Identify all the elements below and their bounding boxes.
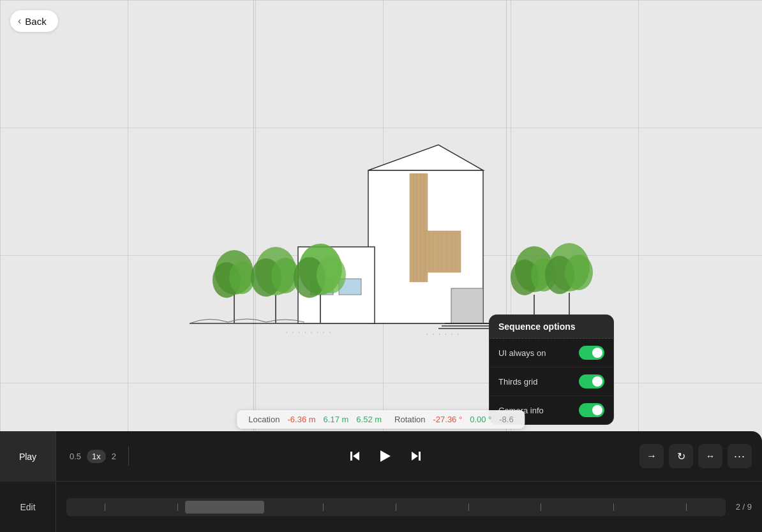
play-tab[interactable]: Play bbox=[0, 431, 56, 482]
timeline-track[interactable] bbox=[66, 498, 726, 516]
marker-5 bbox=[396, 503, 396, 511]
sequence-option-ui-always-on: UI always on bbox=[489, 339, 613, 367]
rotation-y: 0.00 ° bbox=[470, 415, 491, 424]
play-controls-area: 0.5 1x 2 bbox=[56, 431, 762, 482]
rotation-label: Rotation bbox=[394, 415, 425, 424]
speed-group: 0.5 1x 2 bbox=[66, 450, 119, 463]
speed-2x-button[interactable]: 2 bbox=[108, 450, 119, 463]
rotation-z: -8.6 bbox=[499, 415, 513, 424]
rotation-x: -27.36 ° bbox=[433, 415, 462, 424]
arrow-forward-icon: → bbox=[646, 450, 657, 462]
speed-transport-divider bbox=[128, 447, 129, 466]
play-button[interactable] bbox=[374, 445, 397, 468]
control-bar: Play Edit 0.5 1x 2 bbox=[0, 431, 762, 532]
tab-row: Play Edit bbox=[0, 431, 56, 532]
expand-button[interactable]: ↔ bbox=[698, 444, 722, 468]
page-indicator: 2 / 9 bbox=[736, 502, 752, 512]
edit-tab-label: Edit bbox=[20, 502, 35, 512]
svg-text:. . . . . .: . . . . . . bbox=[426, 330, 459, 336]
more-options-button[interactable]: ··· bbox=[728, 444, 752, 468]
edit-tab[interactable]: Edit bbox=[0, 482, 56, 532]
speed-0.5-button[interactable]: 0.5 bbox=[66, 450, 84, 463]
toggle-camera-info[interactable] bbox=[579, 403, 604, 417]
marker-7 bbox=[541, 503, 541, 511]
play-icon bbox=[380, 450, 391, 462]
loop-button[interactable]: ↻ bbox=[669, 444, 693, 468]
toggle-ui-always-on[interactable] bbox=[579, 346, 604, 360]
next-button[interactable] bbox=[405, 445, 428, 468]
location-z: 6.52 m bbox=[356, 415, 382, 424]
marker-8 bbox=[613, 503, 614, 511]
svg-marker-48 bbox=[412, 452, 418, 461]
location-label: Location bbox=[248, 415, 280, 424]
sequence-panel-title: Sequence options bbox=[489, 315, 613, 339]
prev-button[interactable] bbox=[343, 445, 366, 468]
more-options-icon: ··· bbox=[734, 450, 745, 463]
svg-point-43 bbox=[565, 255, 593, 290]
edit-area: 2 / 9 bbox=[56, 482, 762, 532]
timeline-markers bbox=[66, 498, 726, 516]
svg-point-35 bbox=[317, 256, 346, 293]
expand-icon: ↔ bbox=[706, 451, 715, 461]
svg-rect-47 bbox=[350, 452, 352, 461]
marker-4 bbox=[323, 503, 324, 511]
marker-9 bbox=[686, 503, 687, 511]
sequence-label-thirds: Thirds grid bbox=[498, 377, 537, 387]
sequence-label-ui: UI always on bbox=[498, 348, 546, 358]
svg-marker-46 bbox=[353, 452, 359, 461]
speed-0.5-label: 0.5 bbox=[70, 452, 81, 461]
speed-2x-label: 2 bbox=[112, 452, 116, 461]
svg-rect-20 bbox=[451, 288, 483, 323]
svg-marker-3 bbox=[368, 145, 483, 170]
speed-1x-button[interactable]: 1x bbox=[87, 450, 106, 463]
svg-rect-49 bbox=[419, 452, 421, 461]
marker-1 bbox=[105, 503, 105, 511]
sketch-area: . . . . . . . . . . . . . . bbox=[0, 0, 762, 430]
arrow-forward-button[interactable]: → bbox=[639, 444, 664, 468]
toggle-thirds-grid[interactable] bbox=[579, 374, 604, 388]
location-y: 6.17 m bbox=[324, 415, 349, 424]
svg-rect-10 bbox=[426, 231, 461, 272]
marker-2 bbox=[177, 503, 178, 511]
speed-1x-label: 1x bbox=[92, 452, 101, 461]
location-x: -6.36 m bbox=[287, 415, 315, 424]
play-tab-label: Play bbox=[19, 452, 36, 462]
marker-6 bbox=[468, 503, 469, 511]
next-icon bbox=[409, 449, 423, 463]
prev-icon bbox=[348, 449, 362, 463]
svg-text:. . . . . . . .: . . . . . . . . bbox=[285, 329, 331, 334]
sequence-option-thirds-grid: Thirds grid bbox=[489, 367, 613, 396]
right-controls: → ↻ ↔ ··· bbox=[639, 444, 752, 468]
loop-icon: ↻ bbox=[677, 450, 685, 462]
transport-controls bbox=[138, 445, 633, 468]
location-bar: Location -6.36 m 6.17 m 6.52 m Rotation … bbox=[237, 410, 525, 429]
timeline-thumb[interactable] bbox=[185, 501, 264, 514]
svg-rect-5 bbox=[410, 174, 428, 282]
sequence-options-panel: Sequence options UI always on Thirds gri… bbox=[489, 314, 614, 425]
